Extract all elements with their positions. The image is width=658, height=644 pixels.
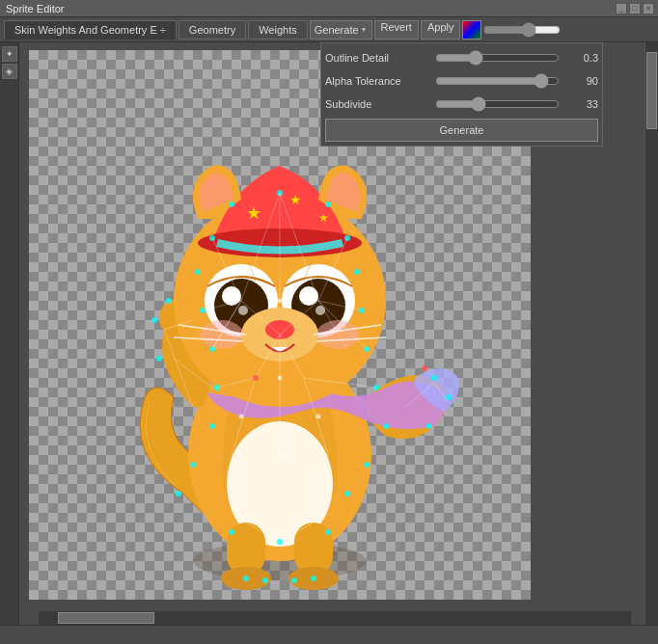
svg-point-48 xyxy=(383,423,389,429)
tab-weights[interactable]: Weights xyxy=(248,20,308,40)
generate-dropdown-arrow: ▼ xyxy=(361,26,368,33)
apply-button[interactable]: Apply xyxy=(421,20,461,40)
svg-text:★: ★ xyxy=(246,203,261,223)
svg-point-40 xyxy=(243,576,249,581)
generate-panel: Outline Detail 0.3 Alpha Tolerance 90 Su… xyxy=(320,42,603,147)
svg-point-45 xyxy=(325,529,331,535)
bottom-scrollbar-thumb[interactable] xyxy=(58,612,154,624)
svg-point-38 xyxy=(176,491,181,496)
svg-point-54 xyxy=(325,201,331,207)
toolbar-slider-container xyxy=(483,23,561,37)
outline-detail-row: Outline Detail 0.3 xyxy=(325,47,598,68)
generate-button[interactable]: Generate xyxy=(325,119,598,142)
svg-point-58 xyxy=(431,375,437,381)
tab-geometry[interactable]: Geometry xyxy=(178,20,246,40)
bottom-scrollbar[interactable] xyxy=(39,611,631,625)
svg-point-30 xyxy=(229,201,234,207)
svg-point-56 xyxy=(151,317,157,323)
svg-point-36 xyxy=(209,423,215,429)
minimize-button[interactable]: _ xyxy=(616,3,627,14)
tool-btn-2[interactable]: ◈ xyxy=(2,64,17,79)
svg-point-91 xyxy=(278,453,283,458)
tab-skin-weights[interactable]: Skin Weights And Geometry E ÷ xyxy=(4,20,177,40)
toolbar-slider[interactable] xyxy=(483,23,561,37)
generate-dropdown[interactable]: Generate ▼ xyxy=(310,20,372,40)
svg-point-41 xyxy=(262,577,268,583)
svg-point-55 xyxy=(156,356,162,362)
revert-button[interactable]: Revert xyxy=(374,20,419,40)
title-bar-text: Sprite Editor xyxy=(6,3,65,14)
color-picker-button[interactable] xyxy=(462,20,481,40)
svg-point-44 xyxy=(311,576,316,581)
toolbar: Skin Weights And Geometry E ÷ Geometry W… xyxy=(0,17,658,42)
subdivide-label: Subdivide xyxy=(325,98,431,110)
svg-point-92 xyxy=(239,415,244,419)
svg-point-93 xyxy=(316,415,321,419)
scrollbar-thumb[interactable] xyxy=(646,52,657,129)
svg-point-57 xyxy=(166,298,172,304)
svg-point-18 xyxy=(299,286,318,306)
svg-point-46 xyxy=(344,491,350,496)
subdivide-value: 33 xyxy=(563,98,598,110)
svg-point-96 xyxy=(422,365,427,371)
svg-point-20 xyxy=(315,306,325,315)
svg-point-17 xyxy=(222,286,241,306)
right-scrollbar[interactable] xyxy=(644,42,658,644)
alpha-tolerance-value: 90 xyxy=(563,75,598,87)
svg-point-95 xyxy=(253,375,259,381)
close-button[interactable]: × xyxy=(643,3,654,14)
outline-detail-slider[interactable] xyxy=(435,51,560,65)
svg-point-94 xyxy=(278,376,283,381)
subdivide-slider[interactable] xyxy=(435,97,560,111)
svg-point-23 xyxy=(201,320,243,349)
maximize-button[interactable]: □ xyxy=(629,3,641,14)
left-toolbar: ✦ ◈ xyxy=(0,42,19,644)
svg-point-90 xyxy=(278,299,283,304)
svg-point-37 xyxy=(190,462,196,468)
outline-detail-value: 0.3 xyxy=(563,52,598,64)
alpha-tolerance-row: Alpha Tolerance 90 xyxy=(325,70,598,92)
alpha-tolerance-slider[interactable] xyxy=(435,74,560,88)
svg-text:★: ★ xyxy=(318,211,329,225)
subdivide-row: Subdivide 33 xyxy=(325,94,598,115)
svg-point-43 xyxy=(291,577,297,583)
tool-btn-1[interactable]: ✦ xyxy=(2,46,17,62)
svg-point-39 xyxy=(229,529,234,535)
svg-point-19 xyxy=(238,306,248,315)
svg-text:★: ★ xyxy=(289,192,302,207)
status-bar xyxy=(0,625,658,644)
svg-point-60 xyxy=(426,423,432,429)
title-bar: Sprite Editor _ □ × xyxy=(0,0,658,17)
alpha-tolerance-label: Alpha Tolerance xyxy=(325,75,431,87)
outline-detail-label: Outline Detail xyxy=(325,52,431,64)
svg-point-47 xyxy=(364,462,370,468)
title-bar-controls: _ □ × xyxy=(616,3,654,14)
svg-point-52 xyxy=(354,269,360,275)
svg-point-32 xyxy=(195,269,201,275)
scrollbar-track xyxy=(645,42,658,644)
